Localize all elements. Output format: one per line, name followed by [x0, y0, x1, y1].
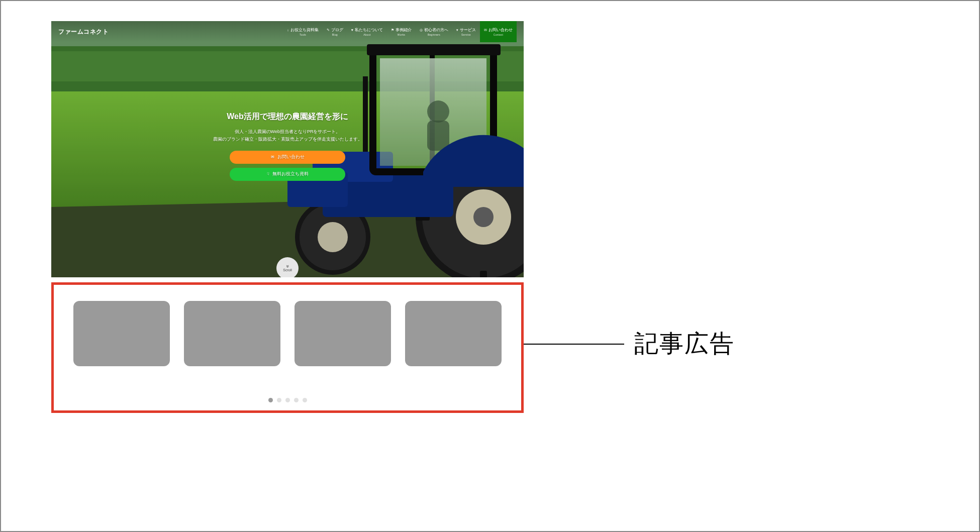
carousel-card[interactable] [405, 301, 502, 366]
carousel-dot[interactable] [294, 398, 299, 402]
nav-item-beginners[interactable]: ◎初心者の方へ Beginners [416, 21, 452, 42]
carousel-dot[interactable] [285, 398, 290, 402]
download-icon: ↓ [287, 28, 289, 32]
chevron-down-icon: » [286, 265, 289, 268]
nav-label: 私たちについて [355, 27, 383, 33]
nav-item-contact[interactable]: ✉お問い合わせ Contact [480, 21, 517, 42]
nav-sublabel: Service [461, 33, 471, 36]
nav-sublabel: Contact [494, 33, 503, 36]
cta-free-docs-button[interactable]: ☟ 無料お役立ち資料 [230, 168, 345, 181]
scroll-indicator[interactable]: » Scroll [276, 257, 299, 277]
nav-item-blog[interactable]: ✎ブログ Blog [323, 21, 347, 42]
brand-logo-text[interactable]: ファームコネクト [58, 28, 109, 36]
hero-sub-line-1: 個人・法人農園のWeb担当者となりPRをサポート。 [213, 128, 362, 136]
carousel-dot[interactable] [303, 398, 307, 402]
button-label: お問い合わせ [277, 154, 305, 160]
flag-icon: ⚑ [391, 28, 394, 32]
site-header: ファームコネクト ↓お役立ち資料集 Tools ✎ブログ Blog ♥私たちにつ… [51, 21, 524, 42]
carousel-dot[interactable] [268, 398, 273, 402]
hero-title: Web活用で理想の農園経営を形に [227, 112, 348, 122]
carousel-card[interactable] [73, 301, 170, 366]
button-label: 無料お役立ち資料 [272, 171, 309, 177]
mail-icon: ✉ [484, 28, 487, 32]
website-hero-screenshot: ファームコネクト ↓お役立ち資料集 Tools ✎ブログ Blog ♥私たちにつ… [51, 21, 524, 277]
cta-contact-button[interactable]: ✉ お問い合わせ [230, 151, 345, 164]
hero-subtitle: 個人・法人農園のWeb担当者となりPRをサポート。 農園のブランド確立・販路拡大… [213, 128, 362, 144]
nav-sublabel: About [363, 33, 371, 36]
scroll-label: Scroll [283, 268, 292, 272]
carousel-dots [54, 398, 521, 402]
annotation-label: 記事広告 [634, 328, 735, 360]
annotation-leader-line [524, 344, 624, 345]
chevron-down-icon: ▾ [456, 28, 458, 32]
nav-label: ブログ [331, 27, 343, 33]
pin-icon: ◎ [420, 28, 423, 32]
nav-label: 事例紹介 [396, 27, 412, 33]
carousel-card[interactable] [184, 301, 280, 366]
nav-item-tools[interactable]: ↓お役立ち資料集 Tools [283, 21, 323, 42]
hero-sub-line-2: 農園のブランド確立・販路拡大・直販売上アップを伴走支援いたします。 [213, 136, 362, 143]
nav-sublabel: Blog [332, 33, 338, 36]
hero-copy: Web活用で理想の農園経営を形に 個人・法人農園のWeb担当者となりPRをサポー… [51, 112, 524, 185]
heart-icon: ♥ [351, 28, 353, 32]
nav-sublabel: Works [398, 33, 406, 36]
nav-sublabel: Beginners [428, 33, 440, 36]
nav-label: お役立ち資料集 [290, 27, 319, 33]
mail-icon: ✉ [271, 155, 274, 159]
nav-item-works[interactable]: ⚑事例紹介 Works [387, 21, 416, 42]
nav-item-service[interactable]: ▾サービス Service [452, 21, 480, 42]
carousel-card[interactable] [295, 301, 391, 366]
nav-label: 初心者の方へ [424, 27, 448, 33]
primary-nav: ↓お役立ち資料集 Tools ✎ブログ Blog ♥私たちについて About … [283, 21, 517, 42]
carousel-track [54, 301, 521, 366]
carousel-dot[interactable] [277, 398, 281, 402]
nav-item-about[interactable]: ♥私たちについて About [347, 21, 387, 42]
nav-sublabel: Tools [300, 33, 306, 36]
download-icon: ☟ [267, 172, 269, 176]
nav-label: お問い合わせ [488, 27, 513, 33]
nav-label: サービス [460, 27, 476, 33]
article-ad-highlight [51, 282, 524, 413]
pencil-icon: ✎ [327, 28, 330, 32]
